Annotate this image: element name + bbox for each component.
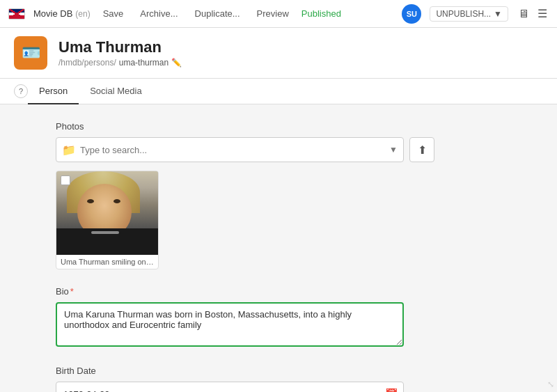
photos-search-bar: 📁 ▼ — [56, 137, 404, 162]
folder-icon: 📁 — [62, 143, 76, 157]
photos-list: Uma Thurman smiling on event — [56, 171, 501, 269]
photo-image — [56, 171, 158, 255]
unpublish-label: UNPUBLISH... — [436, 9, 491, 19]
save-button[interactable]: Save — [99, 6, 128, 22]
dropdown-arrow-icon: ▼ — [494, 9, 502, 19]
entity-path: /hmdb/persons/uma-thurman ✏️ — [58, 58, 182, 68]
archive-button[interactable]: Archive... — [136, 6, 182, 22]
monitor-icon[interactable]: 🖥 — [517, 6, 531, 22]
photos-section: Photos 📁 ▼ ⬆ — [56, 121, 501, 269]
birth-date-section: Birth Date 1970-04-29 📅 — [56, 366, 501, 392]
tabs: Person Social Media — [28, 79, 543, 104]
unpublish-button[interactable]: UNPUBLISH... ▼ — [430, 6, 508, 22]
entity-icon: 🪪 — [14, 36, 47, 70]
preview-button[interactable]: Preview — [253, 6, 293, 22]
photos-toolbar: 📁 ▼ ⬆ — [56, 137, 501, 162]
flag-icon — [8, 8, 25, 19]
entity-name: Uma Thurman — [58, 38, 182, 56]
search-dropdown-arrow-icon[interactable]: ▼ — [389, 145, 398, 155]
status-label: Published — [301, 8, 341, 19]
topbar: Movie DB (en) Save Archive... Duplicate.… — [0, 0, 557, 28]
photo-checkbox[interactable] — [61, 175, 70, 185]
birth-date-input[interactable]: 1970-04-29 — [56, 382, 404, 392]
avatar: SU — [402, 4, 421, 24]
photo-item: Uma Thurman smiling on event — [56, 171, 159, 269]
view-controls: 🖥 ☰ — [517, 6, 549, 22]
photos-search-input[interactable] — [80, 145, 385, 155]
entity-info: Uma Thurman /hmdb/persons/uma-thurman ✏️ — [58, 38, 182, 68]
path-prefix: /hmdb/persons/ — [58, 58, 116, 68]
tab-social-media[interactable]: Social Media — [79, 79, 152, 104]
resize-handle: ⤡ — [547, 379, 554, 389]
list-icon[interactable]: ☰ — [536, 6, 549, 22]
birth-date-label: Birth Date — [56, 366, 501, 376]
entity-icon-symbol: 🪪 — [22, 44, 40, 62]
tabs-container: ? Person Social Media — [0, 79, 557, 104]
upload-icon: ⬆ — [418, 143, 427, 157]
app-lang: (en) — [75, 9, 90, 19]
photo-caption: Uma Thurman smiling on event — [56, 255, 158, 269]
upload-button[interactable]: ⬆ — [409, 137, 434, 162]
content-area: Photos 📁 ▼ ⬆ — [0, 104, 557, 392]
bio-label: Bio* — [56, 286, 501, 297]
bio-section: Bio* Uma Karuna Thurman was born in Bost… — [56, 286, 501, 349]
path-slug: uma-thurman — [119, 58, 168, 68]
required-indicator: * — [70, 286, 74, 297]
edit-path-icon[interactable]: ✏️ — [171, 58, 182, 68]
duplicate-button[interactable]: Duplicate... — [191, 6, 244, 22]
photos-label: Photos — [56, 121, 501, 132]
tab-person[interactable]: Person — [28, 79, 79, 104]
help-button[interactable]: ? — [14, 84, 28, 98]
app-name: Movie DB — [33, 8, 72, 19]
date-input-wrap: 1970-04-29 📅 — [56, 382, 404, 392]
bio-textarea[interactable]: Uma Karuna Thurman was born in Boston, M… — [56, 302, 404, 347]
page-header: 🪪 Uma Thurman /hmdb/persons/uma-thurman … — [0, 28, 557, 79]
